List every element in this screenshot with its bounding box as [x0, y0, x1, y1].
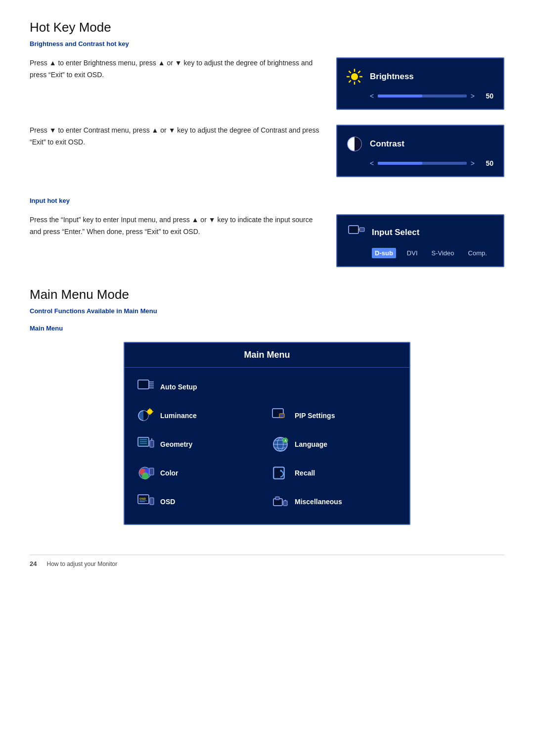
svg-point-21 [147, 409, 152, 414]
contrast-icon [345, 135, 364, 153]
menu-item-luminance: Luminance [133, 401, 267, 430]
menu-item-pip: PIP Settings [267, 401, 401, 430]
main-menu-osd: Main Menu Auto Setup [124, 342, 410, 525]
brightness-slider-fill [378, 94, 422, 97]
menu-item-language-label: Language [295, 440, 327, 448]
svg-rect-28 [279, 414, 284, 418]
menu-item-recall-label: Recall [295, 469, 315, 477]
svg-rect-15 [138, 380, 148, 388]
input-options-row: D-sub DVI S-Video Comp. [347, 248, 493, 258]
svg-rect-56 [275, 497, 279, 500]
main-menu-container: Main Menu Auto Setup [30, 342, 504, 525]
svg-point-0 [351, 73, 358, 80]
svg-rect-55 [274, 499, 282, 505]
input-option-comp: Comp. [465, 248, 490, 258]
svg-rect-45 [149, 468, 154, 475]
brightness-description: Press ▲ to enter Brightness menu, press … [30, 57, 321, 81]
contrast-value: 50 [479, 159, 493, 167]
input-row: Press the “Input” key to enter Input men… [30, 214, 504, 267]
input-option-dsub: D-sub [372, 248, 396, 258]
page-number: 24 [30, 560, 37, 567]
main-menu-mode-title: Main Menu Mode [30, 287, 504, 302]
contrast-osd: Contrast < > 50 [336, 125, 504, 177]
contrast-description: Press ▼ to enter Contrast menu, press ▲ … [30, 125, 321, 148]
brightness-row: Press ▲ to enter Brightness menu, press … [30, 57, 504, 110]
pip-icon [271, 406, 290, 425]
menu-item-recall: Recall [267, 459, 401, 487]
recall-icon [271, 464, 290, 482]
menu-item-osd-label: OSD [160, 498, 175, 506]
input-osd-title: Input Select [372, 228, 419, 237]
contrast-slider-bar [378, 162, 467, 165]
contrast-right-arrow: > [471, 159, 475, 167]
geometry-icon [136, 435, 155, 454]
menu-item-color-label: Color [160, 469, 178, 477]
main-menu-title-bar: Main Menu [125, 343, 409, 368]
svg-rect-53 [150, 498, 154, 505]
contrast-row: Press ▼ to enter Contrast menu, press ▲ … [30, 125, 504, 177]
menu-item-luminance-label: Luminance [160, 412, 197, 420]
input-osd: Input Select D-sub DVI S-Video Comp. [336, 214, 504, 267]
brightness-icon [345, 67, 364, 86]
brightness-slider-bar [378, 94, 467, 97]
menu-item-auto-setup: Auto Setup [133, 373, 401, 401]
input-option-dvi: DVI [404, 248, 421, 258]
main-menu-grid: Auto Setup Luminance [125, 368, 409, 524]
input-option-svideo: S-Video [429, 248, 457, 258]
menu-item-geometry: Geometry [133, 430, 267, 459]
misc-icon [271, 492, 290, 511]
contrast-osd-title: Contrast [370, 139, 404, 149]
brightness-osd: Brightness < > 50 [336, 57, 504, 110]
svg-point-44 [142, 472, 149, 479]
svg-rect-34 [150, 440, 154, 447]
brightness-osd-title: Brightness [370, 72, 414, 82]
menu-item-geometry-label: Geometry [160, 440, 192, 448]
contrast-left-arrow: < [370, 159, 374, 167]
page-footer-text: How to adjust your Monitor [46, 561, 117, 567]
main-menu-subtitle: Control Functions Available in Main Menu [30, 307, 504, 315]
menu-item-misc-label: Miscellaneous [295, 498, 342, 506]
svg-rect-57 [283, 501, 287, 506]
language-icon: A [271, 435, 290, 454]
svg-line-8 [349, 80, 351, 82]
brightness-value: 50 [479, 92, 493, 100]
svg-rect-30 [138, 438, 148, 446]
menu-item-language: A Language [267, 430, 401, 459]
brightness-left-arrow: < [370, 92, 374, 100]
brightness-right-arrow: > [471, 92, 475, 100]
brightness-contrast-subtitle: Brightness and Contrast hot key [30, 40, 504, 47]
input-hotkey-subtitle: Input hot key [30, 197, 504, 204]
main-menu-label: Main Menu [30, 325, 504, 332]
input-description: Press the “Input” key to enter Input men… [30, 214, 321, 238]
svg-text:A: A [284, 439, 287, 442]
input-select-icon [347, 223, 366, 242]
luminance-icon [136, 406, 155, 425]
contrast-slider-fill [378, 162, 422, 165]
osd-icon: OSD [136, 492, 155, 511]
color-icon [136, 464, 155, 482]
page-footer: 24 How to adjust your Monitor [30, 555, 504, 567]
svg-line-6 [358, 80, 360, 82]
menu-item-osd: OSD OSD [133, 487, 267, 516]
menu-item-color: Color [133, 459, 267, 487]
svg-line-5 [349, 71, 351, 73]
hotkey-mode-title: Hot Key Mode [30, 20, 504, 35]
svg-rect-12 [349, 226, 358, 233]
menu-item-pip-label: PIP Settings [295, 412, 335, 420]
svg-line-7 [358, 71, 360, 73]
menu-item-misc: Miscellaneous [267, 487, 401, 516]
menu-item-auto-setup-label: Auto Setup [160, 383, 197, 391]
auto-setup-icon [136, 378, 155, 396]
svg-rect-11 [359, 228, 364, 232]
svg-text:OSD: OSD [139, 497, 146, 500]
